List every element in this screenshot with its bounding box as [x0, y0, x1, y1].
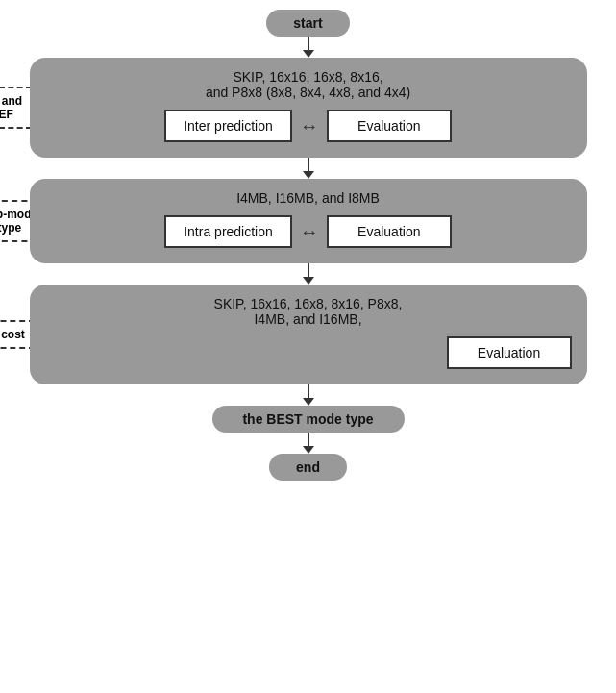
arrow-4	[303, 384, 314, 406]
block2-text: I4MB, I16MB, and I8MB	[45, 190, 572, 206]
arrow-2	[303, 158, 314, 179]
arrow-3	[303, 263, 314, 285]
end-node: end	[269, 454, 347, 481]
block1-wrapper: MV and REF SKIP, 16x16, 16x8, 8x16, and …	[30, 58, 587, 158]
best-mode-node: the BEST mode type	[212, 406, 405, 433]
block2-evaluation-box: Evaluation	[327, 215, 452, 248]
block3-text: SKIP, 16x16, 16x8, 8x16, P8x8, I4MB, and…	[45, 296, 572, 327]
block3-outer: SKIP, 16x16, 16x8, 8x16, P8x8, I4MB, and…	[30, 285, 587, 384]
block3-row: Evaluation	[45, 336, 572, 369]
block2-row: Intra prediction ↔ Evaluation	[45, 215, 572, 248]
block1-row: Inter prediction ↔ Evaluation	[45, 110, 572, 142]
block3-evaluation-box: Evaluation	[447, 336, 572, 369]
start-node: start	[266, 10, 349, 37]
arrow-1	[303, 37, 314, 58]
block1-evaluation-box: Evaluation	[327, 110, 452, 142]
block1-outer: SKIP, 16x16, 16x8, 8x16, and P8x8 (8x8, …	[30, 58, 587, 158]
double-arrow-2: ↔	[300, 221, 319, 243]
arrow-5	[303, 433, 314, 454]
double-arrow-1: ↔	[300, 115, 319, 137]
flowchart: start MV and REF SKIP, 16x16, 16x8, 8x16…	[30, 10, 587, 481]
block1-text: SKIP, 16x16, 16x8, 8x16, and P8x8 (8x8, …	[45, 69, 572, 100]
block2-wrapper: Sub-mode type I4MB, I16MB, and I8MB Intr…	[30, 179, 587, 263]
block3-wrapper: RD cost SKIP, 16x16, 16x8, 8x16, P8x8, I…	[30, 285, 587, 384]
inter-prediction-box: Inter prediction	[164, 110, 292, 142]
block1-label: MV and REF	[0, 87, 32, 129]
intra-prediction-box: Intra prediction	[164, 215, 292, 248]
block2-outer: I4MB, I16MB, and I8MB Intra prediction ↔…	[30, 179, 587, 263]
